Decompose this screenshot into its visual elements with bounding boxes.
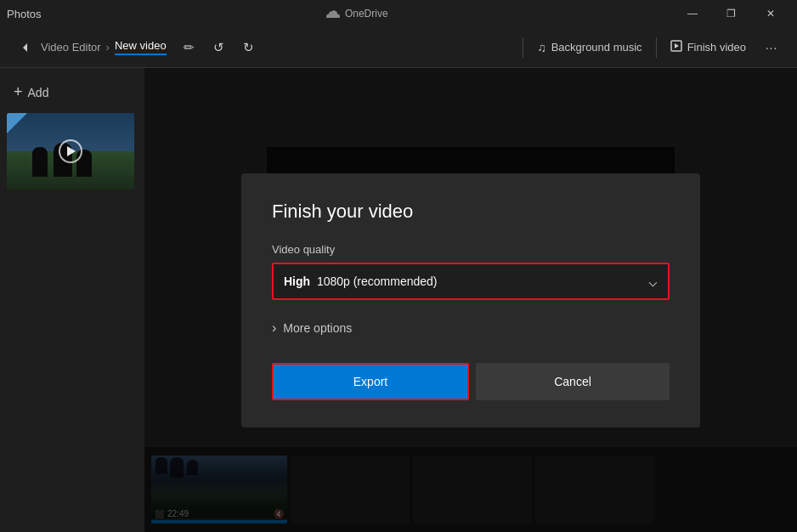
background-music-button[interactable]: ♫ Background music [527,32,652,63]
app-toolbar: Video Editor › New video ✏ ↺ ↻ ♫ Backgro… [0,27,797,68]
corner-indicator [7,113,27,133]
more-options-button[interactable]: ··· [756,32,787,63]
bg-music-icon: ♫ [537,41,546,54]
breadcrumb-parent[interactable]: Video Editor [41,41,101,54]
play-icon [67,146,76,156]
quality-select-dropdown[interactable]: High 1080p (recommended) ⌵ [272,263,670,300]
redo-icon: ↻ [243,40,254,55]
undo-icon: ↺ [213,40,224,55]
quality-label: Video quality [272,243,670,256]
main-content: + Add 22:49.40 [0,68,797,532]
more-options-arrow-icon: › [272,320,276,336]
more-options-row[interactable]: › More options [272,317,670,339]
left-panel: + Add [0,68,144,532]
more-options-label: More options [283,321,352,335]
finish-video-label: Finish video [687,41,746,54]
toolbar-sep1 [523,37,523,58]
play-overlay[interactable] [59,139,82,163]
cancel-button[interactable]: Cancel [476,363,670,400]
toolbar-right: ♫ Background music Finish video ··· [519,32,787,63]
minimize-button[interactable]: — [673,0,712,27]
export-button[interactable]: Export [272,363,469,400]
add-label: Add [28,86,49,99]
finish-video-dialog: Finish your video Video quality High 108… [241,173,700,427]
back-button[interactable] [10,32,41,63]
restore-button[interactable]: ❐ [712,0,751,27]
app-title: Photos [7,8,41,20]
quality-select-text: High 1080p (recommended) [284,274,438,288]
breadcrumb: Video Editor › New video [41,39,167,55]
onedrive-area: OneDrive [326,8,388,20]
add-icon: + [14,83,23,101]
redo-button[interactable]: ↻ [236,34,261,61]
center-panel: 22:49.40 ⤡ ⬛ 22:49 [144,68,797,532]
dialog-overlay: Finish your video Video quality High 108… [144,68,797,532]
edit-icon: ✏ [184,40,195,55]
toolbar-sep2 [656,37,657,58]
finish-video-icon [670,40,682,54]
toolbar-actions: ✏ ↺ ↻ [177,34,261,61]
undo-button[interactable]: ↺ [206,34,231,61]
svg-marker-1 [675,43,679,48]
dialog-title: Finish your video [272,201,670,223]
cloud-icon [326,9,340,18]
finish-video-button[interactable]: Finish video [660,32,756,63]
add-button[interactable]: + Add [7,78,138,106]
quality-chevron-icon: ⌵ [648,272,658,291]
dialog-buttons: Export Cancel [272,363,670,400]
breadcrumb-arrow: › [106,41,110,54]
onedrive-label: OneDrive [345,8,388,20]
title-bar: Photos OneDrive — ❐ ✕ [0,0,797,27]
bg-music-label: Background music [551,41,642,54]
close-button[interactable]: ✕ [751,0,790,27]
media-thumbnail[interactable] [7,113,134,190]
title-bar-left: Photos [7,8,41,20]
edit-button[interactable]: ✏ [177,34,201,61]
title-bar-controls: — ❐ ✕ [673,0,790,27]
breadcrumb-current: New video [115,39,167,55]
back-icon [19,41,32,54]
